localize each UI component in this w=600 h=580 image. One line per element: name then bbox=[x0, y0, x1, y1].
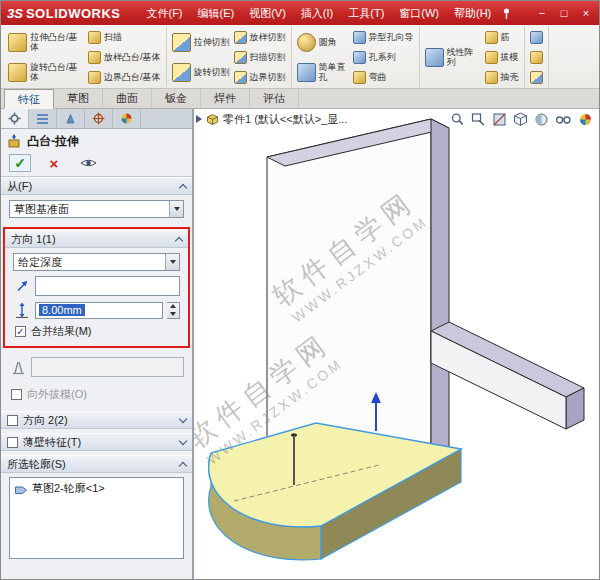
tab-appearances[interactable] bbox=[113, 109, 141, 128]
cancel-button[interactable]: × bbox=[43, 154, 65, 172]
draft-button[interactable]: 拔模 bbox=[485, 51, 519, 64]
merge-result-row: ✓ 合并结果(M) bbox=[15, 324, 178, 339]
shell-button[interactable]: 抽壳 bbox=[485, 71, 519, 84]
tab-evaluate[interactable]: 评估 bbox=[250, 89, 299, 108]
loft-cut-icon bbox=[234, 31, 247, 44]
wall-side-face[interactable] bbox=[431, 119, 449, 465]
end-condition-dropdown[interactable]: 给定深度 bbox=[13, 253, 180, 271]
simple-hole-icon bbox=[297, 63, 316, 82]
menu-insert[interactable]: 插入(I) bbox=[301, 6, 333, 21]
extruded-cut-button[interactable]: 拉伸切割 bbox=[172, 28, 230, 56]
section-direction1-header[interactable]: 方向 1(1) bbox=[5, 230, 188, 248]
draft-outward-row: 向外拔模(O) bbox=[11, 387, 182, 402]
revolved-boss-button[interactable]: 旋转凸台/基体 bbox=[8, 58, 84, 86]
dropdown-arrow-icon bbox=[165, 254, 179, 270]
direction2-checkbox[interactable] bbox=[7, 415, 18, 426]
linear-pattern-button[interactable]: 线性阵列 bbox=[425, 43, 481, 71]
tab-property-manager[interactable] bbox=[1, 109, 29, 128]
menu-help[interactable]: 帮助(H) bbox=[454, 6, 491, 21]
window-controls: − □ × bbox=[535, 7, 593, 19]
list-item[interactable]: 草图2-轮廓<1> bbox=[12, 480, 181, 497]
section-thin-feature-header[interactable]: 薄壁特征(T) bbox=[1, 433, 192, 451]
direction-reference-input[interactable] bbox=[35, 276, 180, 296]
tab-sheetmetal[interactable]: 钣金 bbox=[152, 89, 201, 108]
depth-value: 8.00mm bbox=[39, 304, 85, 316]
draft-angle-icon[interactable] bbox=[9, 358, 27, 376]
tab-weldments[interactable]: 焊件 bbox=[201, 89, 250, 108]
manager-tab-strip bbox=[1, 109, 192, 129]
boundary-cut-button[interactable]: 边界切割 bbox=[234, 71, 286, 84]
ribbon-button-cutoff[interactable] bbox=[530, 51, 543, 64]
extruded-boss-icon bbox=[8, 33, 27, 52]
zoom-area-icon[interactable] bbox=[471, 112, 486, 127]
tab-surfaces[interactable]: 曲面 bbox=[103, 89, 152, 108]
hide-show-items-icon[interactable] bbox=[555, 112, 572, 127]
restore-button[interactable]: □ bbox=[557, 7, 571, 19]
draft-outward-checkbox[interactable] bbox=[11, 389, 22, 400]
command-tabs: 特征 草图 曲面 钣金 焊件 评估 bbox=[1, 89, 599, 109]
preview-button[interactable] bbox=[77, 154, 99, 172]
ok-button[interactable]: ✓ bbox=[9, 154, 31, 172]
minimize-button[interactable]: − bbox=[535, 7, 549, 19]
merge-result-checkbox[interactable]: ✓ bbox=[15, 326, 26, 337]
display-style-icon[interactable] bbox=[534, 112, 549, 127]
from-plane-dropdown[interactable]: 草图基准面 bbox=[9, 200, 184, 218]
zoom-fit-icon[interactable] bbox=[450, 112, 465, 127]
ribbon-group-fillet-hole: 圆角 简单直孔 异型孔向导 孔系列 弯曲 bbox=[292, 27, 420, 87]
boundary-boss-button[interactable]: 边界凸台/基体 bbox=[88, 71, 161, 84]
tab-features[interactable]: 特征 bbox=[4, 89, 54, 109]
draft-icon bbox=[485, 51, 498, 64]
tab-sketch[interactable]: 草图 bbox=[54, 89, 103, 108]
ribbon-button-cutoff[interactable] bbox=[530, 71, 543, 84]
feature-title-row: 凸台-拉伸 bbox=[1, 129, 192, 152]
model-viewport[interactable] bbox=[194, 109, 599, 580]
extruded-boss-button[interactable]: 拉伸凸台/基体 bbox=[8, 28, 84, 56]
section-selected-contours-header[interactable]: 所选轮廓(S) bbox=[1, 455, 192, 473]
hole-wizard-button[interactable]: 异型孔向导 bbox=[353, 31, 414, 44]
section-view-icon[interactable] bbox=[492, 112, 507, 127]
depth-input[interactable]: 8.00mm bbox=[35, 302, 163, 319]
close-button[interactable]: × bbox=[579, 7, 593, 19]
boundary-boss-icon bbox=[88, 71, 101, 84]
tab-display-manager[interactable] bbox=[57, 109, 85, 128]
revolved-cut-button[interactable]: 旋转切割 bbox=[172, 58, 230, 86]
ribbon-button-cutoff[interactable] bbox=[530, 31, 543, 44]
rib-button[interactable]: 筋 bbox=[485, 31, 519, 44]
loft-boss-button[interactable]: 放样凸台/基体 bbox=[88, 51, 161, 64]
flex-icon bbox=[353, 71, 366, 84]
menu-tools[interactable]: 工具(T) bbox=[348, 6, 384, 21]
draft-angle-input[interactable] bbox=[31, 357, 184, 377]
simple-hole-button[interactable]: 简单直孔 bbox=[297, 58, 349, 86]
section-direction2-header[interactable]: 方向 2(2) bbox=[1, 411, 192, 429]
menu-file[interactable]: 文件(F) bbox=[146, 6, 182, 21]
shell-icon bbox=[485, 71, 498, 84]
depth-spinner[interactable] bbox=[167, 302, 180, 319]
fillet-button[interactable]: 圆角 bbox=[297, 28, 349, 56]
sweep-cut-button[interactable]: 扫描切割 bbox=[234, 51, 286, 64]
menu-edit[interactable]: 编辑(E) bbox=[198, 6, 235, 21]
ds-logo-icon: 3S bbox=[7, 6, 23, 21]
eye-icon bbox=[80, 157, 97, 169]
loft-cut-button[interactable]: 放样切割 bbox=[234, 31, 286, 44]
menu-window[interactable]: 窗口(W) bbox=[399, 6, 439, 21]
spinner-up-icon[interactable] bbox=[167, 303, 179, 311]
section-from-header[interactable]: 从(F) bbox=[1, 177, 192, 195]
tab-feature-tree[interactable] bbox=[29, 109, 57, 128]
menu-items: 文件(F) 编辑(E) 视图(V) 插入(I) 工具(T) 窗口(W) 帮助(H… bbox=[146, 6, 491, 21]
tab-dimxpert[interactable] bbox=[85, 109, 113, 128]
panel-collapse-arrow-icon[interactable] bbox=[196, 115, 202, 123]
boss-extrude-icon bbox=[7, 134, 22, 149]
selected-contours-list[interactable]: 草图2-轮廓<1> bbox=[9, 477, 184, 559]
features-ribbon: 拉伸凸台/基体 旋转凸台/基体 扫描 放样凸台/基体 边界凸 bbox=[1, 25, 599, 89]
view-orientation-icon[interactable] bbox=[513, 112, 528, 127]
spinner-down-icon[interactable] bbox=[167, 310, 179, 318]
edit-appearance-icon[interactable] bbox=[578, 112, 593, 127]
graphics-area[interactable]: 零件1 (默认<<默认>_显... bbox=[194, 109, 599, 580]
thin-feature-checkbox[interactable] bbox=[7, 437, 18, 448]
menu-view[interactable]: 视图(V) bbox=[249, 6, 286, 21]
hole-series-button[interactable]: 孔系列 bbox=[353, 51, 414, 64]
reverse-direction-icon[interactable] bbox=[13, 277, 31, 295]
sweep-button[interactable]: 扫描 bbox=[88, 31, 161, 44]
flex-button[interactable]: 弯曲 bbox=[353, 71, 414, 84]
pin-icon[interactable] bbox=[501, 7, 512, 20]
